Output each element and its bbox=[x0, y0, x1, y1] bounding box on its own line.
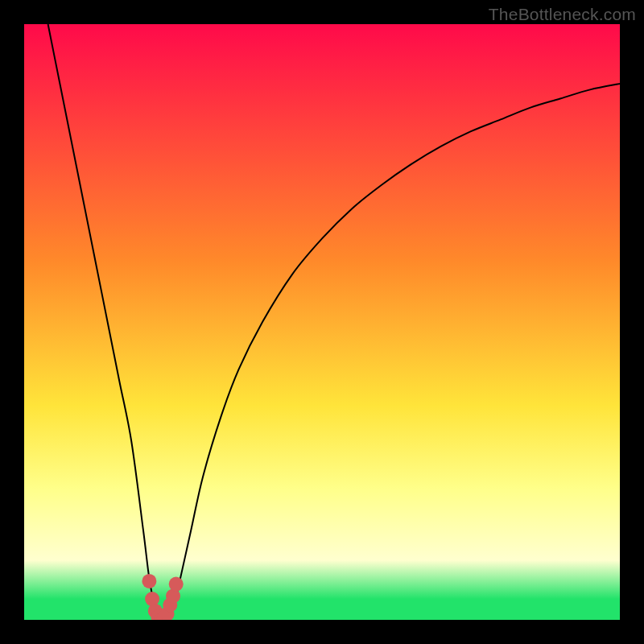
highlight-dot bbox=[169, 577, 184, 592]
chart-frame: TheBottleneck.com bbox=[0, 0, 644, 644]
curve-layer bbox=[24, 24, 620, 620]
plot-area bbox=[24, 24, 620, 620]
optimal-range-markers bbox=[142, 574, 183, 620]
attribution-text: TheBottleneck.com bbox=[489, 5, 636, 24]
highlight-dot bbox=[142, 574, 156, 588]
bottleneck-curve bbox=[48, 24, 620, 620]
